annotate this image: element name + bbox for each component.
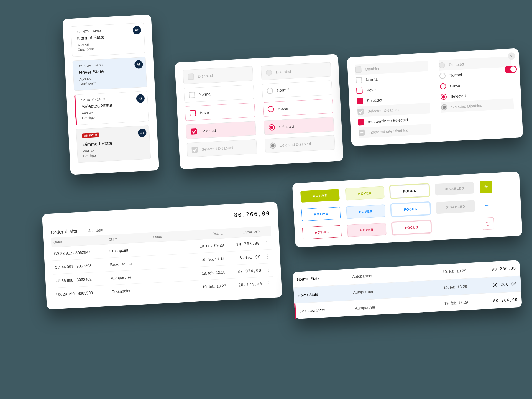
secondary-disabled-button: DISABLED [436,200,475,214]
col-total[interactable]: In total, DKK [226,229,263,235]
danger-hover-button[interactable]: HOVER [347,223,387,237]
radio-icon [266,69,272,76]
checkbox-icon [357,109,364,115]
add-icon-button[interactable]: + [480,181,492,193]
checkbox-icon[interactable] [358,119,364,126]
radio-icon[interactable] [440,94,447,100]
trash-icon [485,221,491,226]
avatar: AT [138,128,147,137]
row-menu-icon[interactable]: ⋮ [262,241,272,245]
drafts-count: 4 in total [88,228,103,233]
options-compact-panel: Disabled Normal Hover Selected Selected … [347,48,523,146]
radio-icon[interactable] [439,73,446,79]
card-meta: 12. NOV · 14:00 [77,27,139,34]
radio-icon [270,142,276,149]
drafts-title: Order drafts [51,228,78,236]
col-order[interactable]: Order [51,237,107,244]
danger-active-button[interactable]: ACTIVE [302,225,342,239]
checkbox-icon[interactable] [356,77,362,83]
radio-icon [441,104,447,111]
checkbox-icon [359,129,365,136]
toggle-switch[interactable] [504,65,517,73]
add-outline-icon-button[interactable]: + [480,199,493,212]
row-menu-icon[interactable]: ⋮ [264,282,274,285]
delete-icon-button[interactable] [482,217,494,230]
checkbox-icon[interactable] [190,110,196,116]
radio-icon[interactable] [267,88,273,94]
row-states-panel: Normal State Autopartner 19. feb, 13.29 … [293,260,522,319]
card-meta: 12. NOV · 14:00 [81,95,142,102]
card-dimmed[interactable]: AT ON HOLD Dimmed State Audi A5 Crashpoi… [76,125,151,163]
radio-selected[interactable]: Selected [264,117,334,135]
close-icon[interactable]: × [508,52,515,60]
col-status[interactable]: Status [151,234,184,239]
primary-disabled-button: DISABLED [435,182,474,195]
row-menu-icon[interactable]: ⋮ [264,268,273,272]
checkbox-hover[interactable]: Hover [185,103,255,121]
radio-disabled: Disabled [261,62,331,80]
primary-active-button[interactable]: ACTIVE [300,189,340,203]
checkbox-icon[interactable] [357,98,363,104]
options-boxed-panel: Disabled Normal Hover Selected Selected … [175,54,343,169]
avatar: AT [134,60,143,69]
checkbox-selected-disabled: Selected Disabled [187,139,257,157]
plus-icon: + [484,183,488,191]
checkbox-icon [191,147,198,153]
drafts-panel: 80.266,00 Order drafts 4 in total Order … [42,202,282,310]
primary-focus-button[interactable]: FOCUS [390,184,429,198]
checkbox-normal[interactable]: Normal [184,85,254,103]
row-menu-icon[interactable]: ⋮ [263,255,272,258]
checkbox-icon[interactable] [191,128,197,135]
radio-normal[interactable]: Normal [262,80,332,98]
checkbox-icon[interactable] [189,92,195,98]
primary-hover-button[interactable]: HOVER [345,186,385,200]
card-meta: 12. NOV · 14:00 [78,61,140,68]
col-date[interactable]: Date▲ [184,231,226,237]
col-client[interactable]: Client [106,235,151,241]
radio-selected-disabled: Selected Disabled [265,135,335,153]
cards-panel: AT 12. NOV · 14:00 Normal State Audi A5 … [62,14,159,175]
card-hover[interactable]: AT 12. NOV · 14:00 Hover State Audi A5 C… [72,57,147,91]
checkbox-icon [355,66,362,73]
card-normal[interactable]: AT 12. NOV · 14:00 Normal State Audi A5 … [71,22,145,57]
card-selected[interactable]: AT 12. NOV · 14:00 Selected State Audi A… [74,91,149,125]
avatar: AT [132,26,141,35]
checkbox-disabled: Disabled [183,66,253,84]
secondary-hover-button[interactable]: HOVER [346,204,385,219]
radio-icon[interactable] [440,83,446,89]
checkbox-icon[interactable] [356,88,363,94]
plus-icon: + [485,202,489,209]
secondary-active-button[interactable]: ACTIVE [301,207,341,221]
on-hold-badge: ON HOLD [82,132,99,138]
radio-hover[interactable]: Hover [263,99,333,117]
buttons-panel: ACTIVE HOVER FOCUS DISABLED + ACTIVE HOV… [292,172,522,248]
secondary-focus-button[interactable]: FOCUS [391,202,430,216]
radio-icon [439,62,445,68]
danger-focus-button[interactable]: FOCUS [392,221,431,235]
radio-icon[interactable] [268,106,274,112]
checkbox-selected[interactable]: Selected [186,121,256,139]
sort-asc-icon: ▲ [221,232,223,235]
checkbox-icon [188,73,194,80]
radio-icon[interactable] [268,124,275,131]
